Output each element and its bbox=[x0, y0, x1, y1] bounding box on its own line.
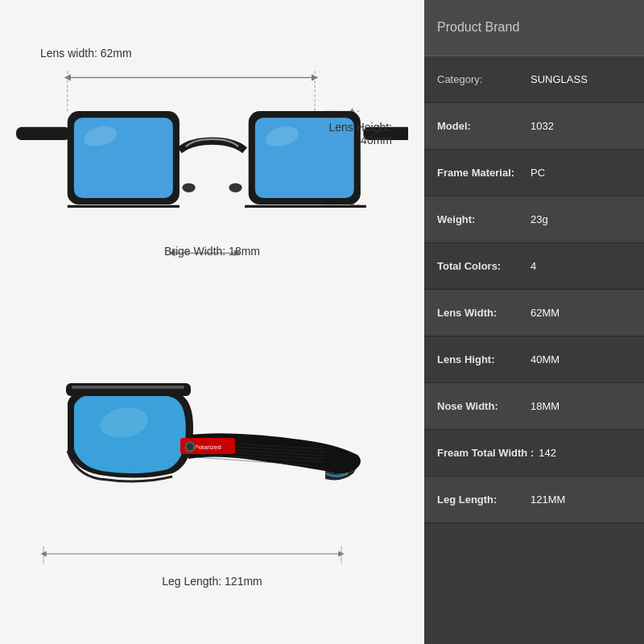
right-panel: Product Brand Category: SUNGLASS Model: … bbox=[424, 0, 644, 644]
bridge-width-label: Brige Width: 18mm bbox=[164, 245, 260, 258]
svg-rect-23 bbox=[66, 383, 191, 396]
svg-rect-13 bbox=[16, 127, 70, 140]
spec-row-weight: Weight: 23g bbox=[424, 196, 644, 243]
spec-value-frame-material: PC bbox=[530, 167, 545, 179]
lens-height-label: Lens Height:40mm bbox=[328, 121, 392, 147]
lens-width-label: Lens width: 62mm bbox=[40, 47, 132, 60]
spec-label-leg-length: Leg Length: bbox=[437, 493, 526, 506]
spec-value-lens-height: 40MM bbox=[530, 353, 559, 365]
spec-label-lens-width: Lens Width: bbox=[437, 307, 526, 319]
svg-point-28 bbox=[187, 444, 193, 450]
svg-rect-24 bbox=[72, 386, 184, 389]
spec-value-frame-total-width: 142 bbox=[539, 447, 556, 459]
product-brand-title: Product Brand bbox=[424, 0, 644, 56]
spec-row-leg-length: Leg Length: 121MM bbox=[424, 477, 644, 523]
spec-label-frame-total-width: Fream Total Width : bbox=[437, 447, 534, 459]
left-panel: Lens width: 62mm Lens Height:40mm Brige … bbox=[0, 0, 424, 644]
side-glasses-svg: Polarized bbox=[19, 354, 406, 596]
top-glasses-svg bbox=[16, 32, 408, 306]
svg-text:Polarized: Polarized bbox=[194, 444, 221, 451]
spec-label-frame-material: Frame Material: bbox=[437, 167, 526, 179]
spec-value-category: SUNGLASS bbox=[530, 73, 588, 85]
spec-row-lens-height: Lens Hight: 40MM bbox=[424, 336, 644, 383]
spec-row-total-colors: Total Colors: 4 bbox=[424, 243, 644, 290]
svg-point-15 bbox=[182, 183, 195, 192]
spec-value-weight: 23g bbox=[530, 213, 548, 225]
spec-row-model: Model: 1032 bbox=[424, 103, 644, 150]
spec-label-model: Model: bbox=[437, 120, 526, 132]
spec-value-nose-width: 18MM bbox=[530, 400, 559, 412]
spec-row-lens-width: Lens Width: 62MM bbox=[424, 290, 644, 336]
bottom-glasses-section: Leg Length: 121mm bbox=[16, 338, 408, 612]
spec-row-frame-total-width: Fream Total Width : 142 bbox=[424, 430, 644, 477]
svg-rect-8 bbox=[74, 118, 173, 198]
spec-value-model: 1032 bbox=[530, 120, 554, 132]
top-glasses-section: Lens width: 62mm Lens Height:40mm Brige … bbox=[16, 32, 408, 306]
brand-title-text: Product Brand bbox=[437, 20, 519, 35]
leg-length-label: Leg Length: 121mm bbox=[162, 575, 262, 588]
spec-label-total-colors: Total Colors: bbox=[437, 260, 526, 272]
spec-label-category: Category: bbox=[437, 73, 526, 85]
spec-label-nose-width: Nose Width: bbox=[437, 400, 526, 412]
spec-value-total-colors: 4 bbox=[530, 260, 536, 272]
spec-row-category: Category: SUNGLASS bbox=[424, 56, 644, 103]
spec-value-lens-width: 62MM bbox=[530, 307, 559, 319]
spec-label-lens-height: Lens Hight: bbox=[437, 353, 526, 365]
spec-row-frame-material: Frame Material: PC bbox=[424, 150, 644, 196]
svg-point-16 bbox=[229, 183, 242, 192]
spec-value-leg-length: 121MM bbox=[530, 493, 565, 506]
spec-label-weight: Weight: bbox=[437, 213, 526, 225]
spec-row-nose-width: Nose Width: 18MM bbox=[424, 383, 644, 430]
